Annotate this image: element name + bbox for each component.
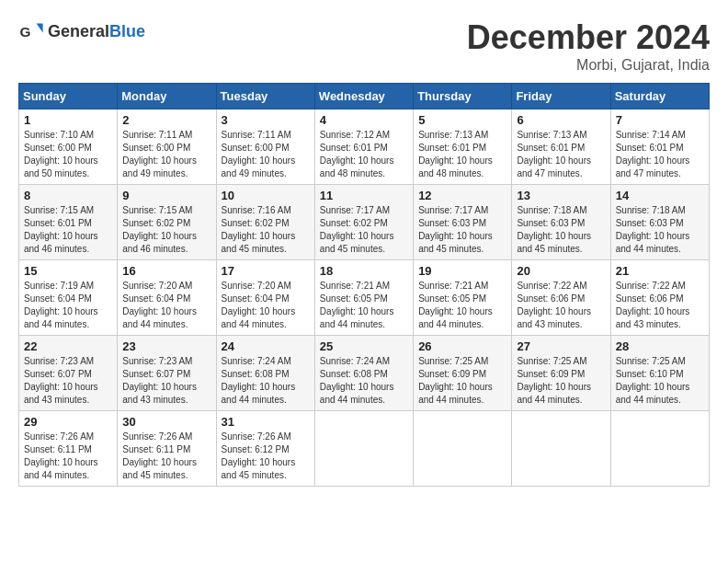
calendar-cell: 2Sunrise: 7:11 AM Sunset: 6:00 PM Daylig… — [118, 109, 216, 185]
page-header: G GeneralBlue December 2024 Morbi, Gujar… — [18, 18, 710, 74]
day-number: 10 — [222, 189, 310, 202]
day-number: 31 — [222, 415, 310, 429]
day-info: Sunrise: 7:17 AM Sunset: 6:02 PM Dayligh… — [320, 204, 408, 256]
day-info: Sunrise: 7:13 AM Sunset: 6:01 PM Dayligh… — [418, 129, 506, 180]
day-info: Sunrise: 7:11 AM Sunset: 6:00 PM Dayligh… — [122, 129, 210, 180]
location-title: Morbi, Gujarat, India — [467, 57, 710, 74]
calendar-cell: 15Sunrise: 7:19 AM Sunset: 6:04 PM Dayli… — [19, 260, 118, 336]
day-number: 14 — [616, 189, 704, 202]
day-number: 29 — [24, 415, 112, 429]
calendar-cell — [314, 411, 413, 487]
calendar-cell: 25Sunrise: 7:24 AM Sunset: 6:08 PM Dayli… — [314, 336, 413, 411]
day-number: 22 — [24, 339, 112, 353]
day-info: Sunrise: 7:19 AM Sunset: 6:04 PM Dayligh… — [24, 280, 112, 331]
day-number: 1 — [24, 113, 112, 127]
calendar-cell: 8Sunrise: 7:15 AM Sunset: 6:01 PM Daylig… — [19, 185, 118, 260]
day-number: 13 — [517, 189, 605, 202]
day-info: Sunrise: 7:15 AM Sunset: 6:02 PM Dayligh… — [122, 204, 210, 256]
day-info: Sunrise: 7:21 AM Sunset: 6:05 PM Dayligh… — [418, 280, 506, 331]
day-info: Sunrise: 7:25 AM Sunset: 6:09 PM Dayligh… — [517, 355, 605, 407]
calendar-cell: 29Sunrise: 7:26 AM Sunset: 6:11 PM Dayli… — [19, 411, 118, 487]
day-number: 18 — [320, 264, 408, 278]
day-info: Sunrise: 7:18 AM Sunset: 6:03 PM Dayligh… — [616, 204, 704, 256]
day-number: 16 — [122, 264, 210, 278]
calendar-week-row: 15Sunrise: 7:19 AM Sunset: 6:04 PM Dayli… — [19, 260, 710, 336]
calendar-cell: 27Sunrise: 7:25 AM Sunset: 6:09 PM Dayli… — [512, 336, 610, 411]
day-number: 30 — [122, 415, 210, 429]
day-info: Sunrise: 7:17 AM Sunset: 6:03 PM Dayligh… — [418, 204, 506, 256]
calendar-cell: 11Sunrise: 7:17 AM Sunset: 6:02 PM Dayli… — [314, 185, 413, 260]
day-number: 17 — [222, 264, 310, 278]
title-block: December 2024 Morbi, Gujarat, India — [467, 18, 710, 74]
day-header-sunday: Sunday — [19, 84, 118, 109]
day-number: 24 — [222, 339, 310, 353]
calendar-cell: 24Sunrise: 7:24 AM Sunset: 6:08 PM Dayli… — [216, 336, 314, 411]
calendar-cell — [610, 411, 709, 487]
calendar-cell — [512, 411, 610, 487]
day-info: Sunrise: 7:11 AM Sunset: 6:00 PM Dayligh… — [222, 129, 310, 180]
day-number: 21 — [616, 264, 704, 278]
svg-marker-1 — [37, 24, 43, 33]
calendar-cell: 26Sunrise: 7:25 AM Sunset: 6:09 PM Dayli… — [414, 336, 512, 411]
calendar-cell: 17Sunrise: 7:20 AM Sunset: 6:04 PM Dayli… — [216, 260, 314, 336]
day-info: Sunrise: 7:24 AM Sunset: 6:08 PM Dayligh… — [222, 355, 310, 407]
calendar-cell: 4Sunrise: 7:12 AM Sunset: 6:01 PM Daylig… — [314, 109, 413, 185]
calendar-cell: 28Sunrise: 7:25 AM Sunset: 6:10 PM Dayli… — [610, 336, 709, 411]
day-number: 2 — [122, 113, 210, 127]
day-number: 6 — [517, 113, 605, 127]
calendar-cell: 1Sunrise: 7:10 AM Sunset: 6:00 PM Daylig… — [19, 109, 118, 185]
day-header-wednesday: Wednesday — [314, 84, 413, 109]
day-info: Sunrise: 7:20 AM Sunset: 6:04 PM Dayligh… — [222, 280, 310, 331]
calendar-cell: 18Sunrise: 7:21 AM Sunset: 6:05 PM Dayli… — [314, 260, 413, 336]
calendar-cell — [414, 411, 512, 487]
day-info: Sunrise: 7:15 AM Sunset: 6:01 PM Dayligh… — [24, 204, 112, 256]
calendar-cell: 20Sunrise: 7:22 AM Sunset: 6:06 PM Dayli… — [512, 260, 610, 336]
day-info: Sunrise: 7:22 AM Sunset: 6:06 PM Dayligh… — [616, 280, 704, 331]
calendar-cell: 23Sunrise: 7:23 AM Sunset: 6:07 PM Dayli… — [118, 336, 216, 411]
calendar-cell: 3Sunrise: 7:11 AM Sunset: 6:00 PM Daylig… — [216, 109, 314, 185]
calendar-cell: 19Sunrise: 7:21 AM Sunset: 6:05 PM Dayli… — [414, 260, 512, 336]
calendar-cell: 14Sunrise: 7:18 AM Sunset: 6:03 PM Dayli… — [610, 185, 709, 260]
day-info: Sunrise: 7:13 AM Sunset: 6:01 PM Dayligh… — [517, 129, 605, 180]
calendar-cell: 10Sunrise: 7:16 AM Sunset: 6:02 PM Dayli… — [216, 185, 314, 260]
day-info: Sunrise: 7:10 AM Sunset: 6:00 PM Dayligh… — [24, 129, 112, 180]
calendar-cell: 21Sunrise: 7:22 AM Sunset: 6:06 PM Dayli… — [610, 260, 709, 336]
calendar-cell: 9Sunrise: 7:15 AM Sunset: 6:02 PM Daylig… — [118, 185, 216, 260]
day-info: Sunrise: 7:26 AM Sunset: 6:11 PM Dayligh… — [122, 431, 210, 482]
day-header-monday: Monday — [118, 84, 216, 109]
day-number: 8 — [24, 189, 112, 202]
day-number: 28 — [616, 339, 704, 353]
day-info: Sunrise: 7:18 AM Sunset: 6:03 PM Dayligh… — [517, 204, 605, 256]
day-number: 19 — [418, 264, 506, 278]
day-info: Sunrise: 7:23 AM Sunset: 6:07 PM Dayligh… — [122, 355, 210, 407]
day-number: 3 — [222, 113, 310, 127]
day-info: Sunrise: 7:16 AM Sunset: 6:02 PM Dayligh… — [222, 204, 310, 256]
day-number: 15 — [24, 264, 112, 278]
calendar-cell: 16Sunrise: 7:20 AM Sunset: 6:04 PM Dayli… — [118, 260, 216, 336]
day-number: 25 — [320, 339, 408, 353]
day-number: 26 — [418, 339, 506, 353]
calendar-cell: 22Sunrise: 7:23 AM Sunset: 6:07 PM Dayli… — [19, 336, 118, 411]
calendar-cell: 31Sunrise: 7:26 AM Sunset: 6:12 PM Dayli… — [216, 411, 314, 487]
logo-icon: G — [18, 18, 44, 44]
calendar-cell: 13Sunrise: 7:18 AM Sunset: 6:03 PM Dayli… — [512, 185, 610, 260]
day-header-saturday: Saturday — [610, 84, 709, 109]
logo-text-general: General — [48, 22, 109, 40]
calendar-week-row: 1Sunrise: 7:10 AM Sunset: 6:00 PM Daylig… — [19, 109, 710, 185]
calendar-cell: 12Sunrise: 7:17 AM Sunset: 6:03 PM Dayli… — [414, 185, 512, 260]
calendar-header-row: SundayMondayTuesdayWednesdayThursdayFrid… — [19, 84, 710, 109]
day-number: 5 — [418, 113, 506, 127]
day-header-friday: Friday — [512, 84, 610, 109]
day-number: 7 — [616, 113, 704, 127]
day-number: 4 — [320, 113, 408, 127]
calendar-week-row: 22Sunrise: 7:23 AM Sunset: 6:07 PM Dayli… — [19, 336, 710, 411]
day-info: Sunrise: 7:26 AM Sunset: 6:11 PM Dayligh… — [24, 431, 112, 482]
day-info: Sunrise: 7:12 AM Sunset: 6:01 PM Dayligh… — [320, 129, 408, 180]
calendar-week-row: 8Sunrise: 7:15 AM Sunset: 6:01 PM Daylig… — [19, 185, 710, 260]
calendar-cell: 5Sunrise: 7:13 AM Sunset: 6:01 PM Daylig… — [414, 109, 512, 185]
calendar-week-row: 29Sunrise: 7:26 AM Sunset: 6:11 PM Dayli… — [19, 411, 710, 487]
day-number: 23 — [122, 339, 210, 353]
day-info: Sunrise: 7:21 AM Sunset: 6:05 PM Dayligh… — [320, 280, 408, 331]
logo: G GeneralBlue — [18, 18, 145, 44]
calendar-cell: 7Sunrise: 7:14 AM Sunset: 6:01 PM Daylig… — [610, 109, 709, 185]
